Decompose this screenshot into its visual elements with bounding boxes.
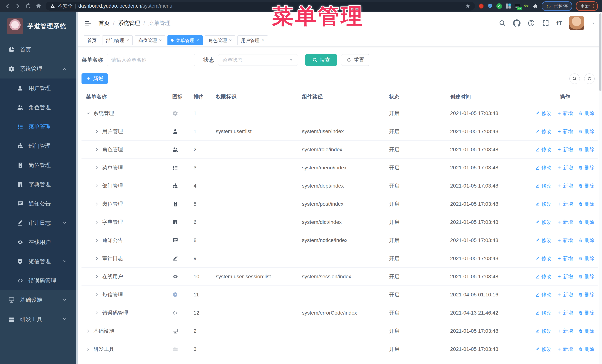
browser-back-icon[interactable]	[4, 3, 11, 10]
sidebar-subitem-code[interactable]: 错误码管理	[0, 271, 78, 290]
sidebar-item-toolbox[interactable]: 研发工具	[0, 310, 78, 329]
sidebar-scrollbar[interactable]	[76, 12, 78, 364]
sidebar-subitem-audit[interactable]: 审计日志	[0, 213, 78, 233]
delete-link[interactable]: 删除	[579, 273, 594, 280]
browser-reload-icon[interactable]	[25, 3, 32, 10]
edit-link[interactable]: 修改	[536, 146, 551, 153]
delete-link[interactable]: 删除	[579, 346, 594, 353]
app-logo[interactable]: 芋道管理系统	[0, 12, 78, 40]
reset-button[interactable]: 重置	[341, 54, 369, 66]
add-child-link[interactable]: 新增	[557, 310, 573, 316]
sidebar-subitem-online[interactable]: 在线用户	[0, 233, 78, 252]
add-child-link[interactable]: 新增	[557, 219, 573, 226]
delete-link[interactable]: 删除	[579, 237, 594, 244]
edit-link[interactable]: 修改	[536, 201, 551, 207]
view-tab-菜单管理[interactable]: 菜单管理×	[167, 35, 203, 45]
sidebar-item-monitor[interactable]: 基础设施	[0, 290, 78, 310]
shield-extension-icon[interactable]	[487, 3, 493, 9]
check-extension-icon[interactable]: ✓	[496, 3, 502, 9]
add-child-link[interactable]: 新增	[557, 146, 573, 153]
expand-chevron-right-icon[interactable]	[95, 311, 99, 315]
delete-link[interactable]: 删除	[579, 110, 594, 117]
record-extension-icon[interactable]	[479, 3, 484, 9]
close-icon[interactable]: ×	[127, 38, 129, 43]
add-child-link[interactable]: 新增	[557, 237, 573, 244]
expand-chevron-right-icon[interactable]	[95, 220, 99, 224]
sidebar-subitem-org[interactable]: 部门管理	[0, 136, 78, 156]
expand-chevron-right-icon[interactable]	[95, 274, 99, 279]
question-icon[interactable]	[527, 20, 535, 27]
delete-link[interactable]: 删除	[579, 310, 594, 316]
edit-link[interactable]: 修改	[536, 237, 551, 244]
delete-link[interactable]: 删除	[579, 328, 594, 334]
search-button[interactable]: 搜索	[305, 54, 337, 66]
edit-link[interactable]: 修改	[536, 219, 551, 226]
close-icon[interactable]: ×	[229, 38, 232, 43]
sidebar-subitem-notice[interactable]: 通知公告	[0, 194, 78, 213]
caret-down-icon[interactable]	[591, 21, 596, 26]
close-icon[interactable]: ×	[196, 38, 199, 43]
expand-chevron-right-icon[interactable]	[95, 147, 99, 152]
delete-link[interactable]: 删除	[579, 183, 594, 189]
delete-link[interactable]: 删除	[579, 128, 594, 135]
expand-chevron-right-icon[interactable]	[95, 166, 99, 170]
sidebar-subitem-users[interactable]: 角色管理	[0, 98, 78, 117]
browser-home-icon[interactable]	[35, 3, 42, 10]
edit-link[interactable]: 修改	[536, 128, 551, 135]
hamburger-icon[interactable]	[84, 19, 92, 27]
key-extension-icon[interactable]	[524, 3, 529, 9]
expand-chevron-right-icon[interactable]	[95, 184, 99, 188]
view-tab-岗位管理[interactable]: 岗位管理×	[135, 35, 165, 45]
search-icon[interactable]	[499, 20, 506, 27]
view-tab-首页[interactable]: 首页	[84, 35, 100, 45]
edit-link[interactable]: 修改	[536, 183, 551, 189]
delete-link[interactable]: 删除	[579, 219, 594, 226]
add-child-link[interactable]: 新增	[557, 273, 573, 280]
show-search-toggle-button[interactable]	[570, 73, 580, 84]
bookmark-star-icon[interactable]	[465, 3, 471, 9]
expand-collapse-icon[interactable]	[86, 111, 90, 115]
expand-chevron-right-icon[interactable]	[86, 347, 90, 351]
close-icon[interactable]: ×	[159, 38, 162, 43]
breadcrumb-system[interactable]: 系统管理	[118, 20, 140, 27]
add-child-link[interactable]: 新增	[557, 201, 573, 207]
delete-link[interactable]: 删除	[579, 164, 594, 171]
delete-link[interactable]: 删除	[579, 146, 594, 153]
avatar[interactable]	[570, 16, 584, 30]
edit-link[interactable]: 修改	[536, 255, 551, 262]
expand-chevron-right-icon[interactable]	[95, 256, 99, 261]
github-icon[interactable]	[513, 20, 520, 27]
delete-link[interactable]: 删除	[579, 201, 594, 207]
add-child-link[interactable]: 新增	[557, 291, 573, 298]
kebab-menu-icon[interactable]	[593, 4, 594, 8]
delete-link[interactable]: 删除	[579, 291, 594, 298]
sidebar-item-dashboard[interactable]: 首页	[0, 40, 78, 59]
refresh-table-button[interactable]	[584, 73, 595, 84]
scrollbar-thumb[interactable]	[599, 13, 602, 91]
add-child-link[interactable]: 新增	[557, 183, 573, 189]
add-button[interactable]: 新增	[82, 73, 108, 84]
edit-link[interactable]: 修改	[536, 310, 551, 316]
edit-link[interactable]: 修改	[536, 273, 551, 280]
sidebar-item-gear[interactable]: 系统管理	[0, 59, 78, 79]
update-button[interactable]: 更新	[576, 1, 598, 11]
add-child-link[interactable]: 新增	[557, 255, 573, 262]
expand-chevron-right-icon[interactable]	[86, 329, 90, 333]
extensions-puzzle-icon[interactable]	[533, 3, 538, 9]
sidebar-subitem-shield[interactable]: 短信管理	[0, 252, 78, 271]
page-scrollbar[interactable]	[599, 12, 602, 364]
close-icon[interactable]: ×	[262, 38, 264, 43]
expand-chevron-right-icon[interactable]	[95, 202, 99, 206]
edit-link[interactable]: 修改	[536, 346, 551, 353]
edit-link[interactable]: 修改	[536, 291, 551, 298]
status-select[interactable]: 菜单状态	[218, 54, 298, 66]
font-size-icon[interactable]: tT	[556, 20, 562, 27]
add-child-link[interactable]: 新增	[557, 128, 573, 135]
add-child-link[interactable]: 新增	[557, 110, 573, 117]
breadcrumb-home[interactable]: 首页	[98, 20, 110, 27]
add-child-link[interactable]: 新增	[557, 164, 573, 171]
edit-link[interactable]: 修改	[536, 328, 551, 334]
list-extension-icon[interactable]: on	[515, 4, 520, 9]
edit-link[interactable]: 修改	[536, 164, 551, 171]
sidebar-subitem-books[interactable]: 字典管理	[0, 175, 78, 194]
